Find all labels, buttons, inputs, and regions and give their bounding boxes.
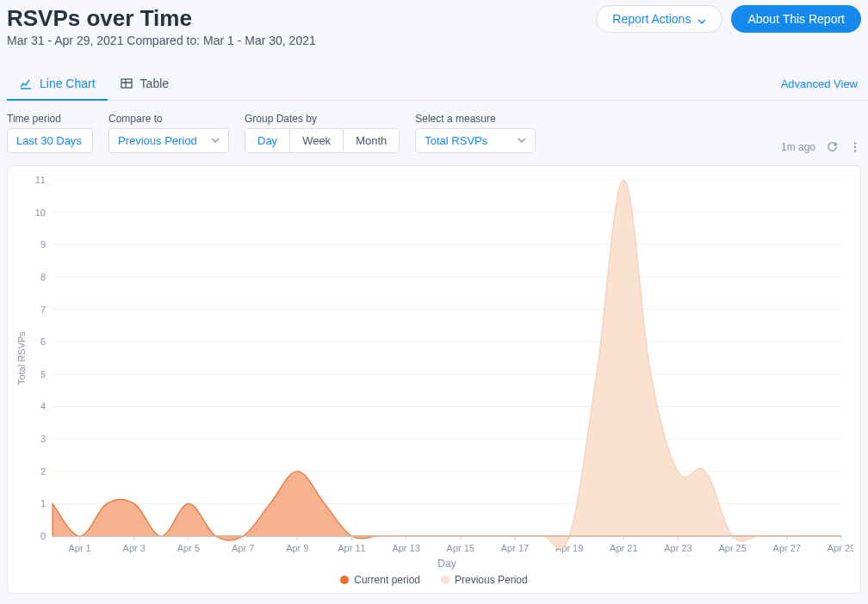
time-period-label: Time period [7, 113, 93, 125]
svg-text:10: 10 [35, 207, 46, 218]
svg-text:7: 7 [40, 305, 46, 315]
compare-to-value: Previous Period [118, 134, 197, 147]
page-title: RSVPs over Time [7, 5, 316, 32]
chevron-down-icon [211, 134, 220, 147]
svg-text:9: 9 [40, 239, 46, 250]
svg-text:11: 11 [35, 175, 46, 185]
svg-text:Apr 27: Apr 27 [773, 543, 801, 553]
svg-text:Apr 29: Apr 29 [828, 543, 853, 553]
svg-text:0: 0 [40, 531, 46, 541]
svg-text:Apr 7: Apr 7 [232, 543, 254, 553]
svg-point-3 [854, 150, 856, 151]
measure-label: Select a measure [415, 113, 536, 125]
svg-text:2: 2 [40, 466, 46, 477]
report-actions-label: Report Actions [612, 12, 691, 26]
svg-text:1: 1 [40, 498, 46, 508]
svg-text:Apr 3: Apr 3 [123, 543, 146, 553]
tab-line-chart[interactable]: Line Chart [7, 68, 108, 101]
swatch-current-icon [340, 576, 349, 584]
swatch-previous-icon [441, 576, 450, 584]
time-period-value: Last 30 Days [16, 134, 82, 147]
report-actions-button[interactable]: Report Actions [596, 5, 722, 33]
about-report-button[interactable]: About This Report [731, 5, 861, 33]
svg-text:Apr 15: Apr 15 [447, 543, 474, 553]
table-icon [120, 77, 133, 90]
measure-select[interactable]: Total RSVPs [415, 128, 536, 153]
svg-point-2 [854, 145, 856, 147]
tab-table-label: Table [140, 77, 169, 90]
date-range-subtitle: Mar 31 - Apr 29, 2021 Compared to: Mar 1… [7, 34, 316, 47]
legend-current-label: Current period [354, 574, 420, 586]
svg-text:6: 6 [40, 336, 46, 347]
tab-line-chart-label: Line Chart [40, 77, 96, 90]
svg-text:Apr 13: Apr 13 [392, 543, 419, 553]
chart-card: 01234567891011Apr 1Apr 3Apr 5Apr 7Apr 9A… [7, 165, 861, 594]
time-period-select[interactable]: Last 30 Days [7, 128, 93, 153]
chevron-down-icon [698, 15, 706, 23]
svg-text:Apr 17: Apr 17 [501, 543, 529, 553]
chevron-down-icon [518, 134, 526, 147]
svg-text:8: 8 [40, 272, 46, 282]
group-by-label: Group Dates by [245, 113, 400, 125]
chart-legend: Current period Previous Period [8, 574, 860, 586]
legend-previous[interactable]: Previous Period [441, 574, 528, 586]
svg-point-1 [854, 142, 856, 144]
group-by-month[interactable]: Month [344, 129, 399, 152]
line-chart-icon [19, 77, 33, 90]
advanced-view-link[interactable]: Advanced View [778, 69, 861, 99]
svg-text:4: 4 [40, 401, 46, 411]
measure-value: Total RSVPs [425, 134, 487, 147]
refresh-age: 1m ago [781, 141, 815, 153]
svg-text:Apr 9: Apr 9 [286, 543, 308, 553]
svg-text:3: 3 [40, 434, 46, 444]
about-report-label: About This Report [747, 12, 845, 26]
svg-text:Apr 21: Apr 21 [610, 543, 637, 553]
svg-text:Apr 11: Apr 11 [338, 543, 365, 553]
group-by-day[interactable]: Day [245, 129, 290, 152]
svg-text:Apr 1: Apr 1 [68, 543, 90, 553]
group-by-week[interactable]: Week [290, 129, 344, 152]
rsvps-chart: 01234567891011Apr 1Apr 3Apr 5Apr 7Apr 9A… [15, 173, 853, 588]
more-menu-button[interactable] [849, 141, 861, 153]
svg-text:5: 5 [40, 369, 46, 379]
compare-to-select[interactable]: Previous Period [108, 128, 229, 153]
svg-text:Apr 5: Apr 5 [177, 543, 200, 553]
legend-previous-label: Previous Period [455, 574, 528, 586]
svg-text:Total RSVPs: Total RSVPs [16, 331, 27, 385]
legend-current[interactable]: Current period [340, 574, 420, 586]
svg-text:Apr 25: Apr 25 [718, 543, 746, 553]
svg-text:Apr 23: Apr 23 [664, 543, 691, 553]
tab-table[interactable]: Table [108, 68, 181, 101]
svg-rect-0 [121, 79, 132, 88]
group-by-segmented: Day Week Month [245, 128, 400, 153]
compare-to-label: Compare to [108, 113, 229, 125]
svg-text:Day: Day [437, 558, 456, 570]
refresh-button[interactable] [826, 140, 839, 153]
